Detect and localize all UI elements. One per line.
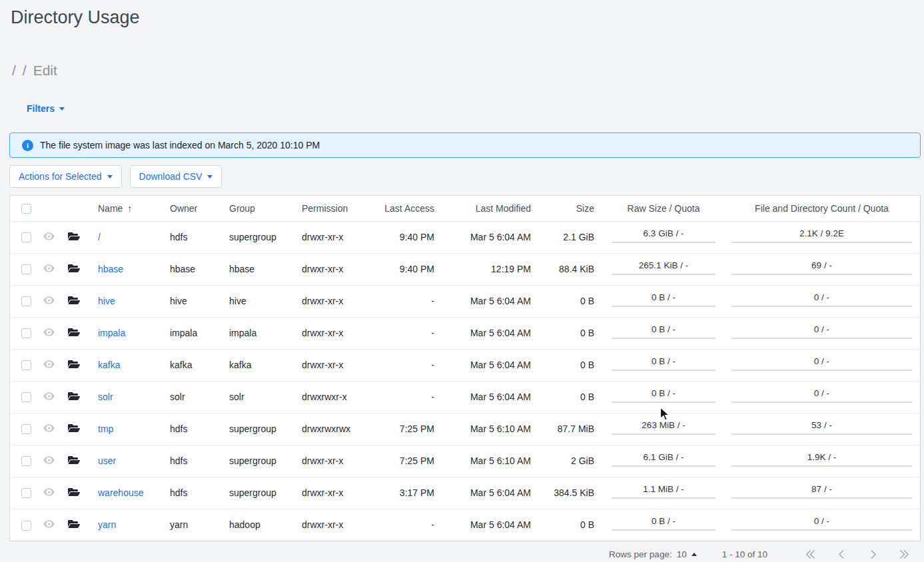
raw-size-quota-bar: 0 B / - <box>612 516 715 531</box>
alert-text: The file system image was last indexed o… <box>40 140 320 150</box>
row-checkbox[interactable] <box>21 296 31 306</box>
raw-size-quota-bar: 265.1 KiB / - <box>612 260 715 275</box>
folder-open-icon <box>68 295 80 306</box>
rows-per-page-value: 10 <box>677 549 687 559</box>
directory-link[interactable]: hive <box>98 296 115 306</box>
caret-down-icon <box>59 107 65 111</box>
file-dir-count-quota-bar: 0 / - <box>731 324 912 339</box>
last-access-cell: 9:40 PM <box>384 253 444 285</box>
preview-eye-icon[interactable] <box>43 328 55 336</box>
header-size[interactable]: Size <box>540 196 604 221</box>
first-page-button[interactable] <box>803 547 817 561</box>
preview-eye-icon[interactable] <box>43 264 55 272</box>
previous-page-button[interactable] <box>835 547 849 561</box>
download-csv-button[interactable]: Download CSV <box>130 165 223 188</box>
owner-cell: hdfs <box>170 413 229 445</box>
raw-size-quota-bar: 0 B / - <box>612 292 715 307</box>
table-header-row: Name↑ Owner Group Permission Last Access… <box>10 196 920 221</box>
header-group[interactable]: Group <box>229 196 302 221</box>
directory-link[interactable]: impala <box>98 328 125 338</box>
folder-open-icon <box>68 327 80 338</box>
preview-eye-icon[interactable] <box>43 488 55 496</box>
raw-size-quota-bar: 0 B / - <box>612 324 715 339</box>
table-row: solr solr solr drwxrwxr-x - Mar 5 6:04 A… <box>10 381 920 413</box>
row-checkbox[interactable] <box>21 360 31 370</box>
directory-link[interactable]: user <box>98 455 116 466</box>
last-access-cell: - <box>384 509 444 541</box>
permission-cell: drwxr-xr-x <box>302 509 384 541</box>
row-checkbox[interactable] <box>21 424 31 434</box>
preview-eye-icon[interactable] <box>43 520 55 528</box>
directory-link[interactable]: warehouse <box>98 487 144 498</box>
select-all-checkbox[interactable] <box>21 204 31 214</box>
file-dir-count-quota-bar: 0 / - <box>731 356 912 371</box>
permission-cell: drwxr-xr-x <box>302 317 384 349</box>
info-icon: i <box>22 140 33 151</box>
raw-size-quota-bar: 6.3 GiB / - <box>612 228 715 243</box>
last-access-cell: 3:17 PM <box>384 477 444 509</box>
preview-eye-icon[interactable] <box>43 232 55 240</box>
preview-eye-icon[interactable] <box>43 296 55 304</box>
preview-eye-icon[interactable] <box>43 392 55 400</box>
row-checkbox[interactable] <box>21 392 31 402</box>
directory-link[interactable]: / <box>98 232 101 242</box>
permission-cell: drwxr-xr-x <box>302 477 384 509</box>
preview-eye-icon[interactable] <box>43 360 55 368</box>
file-dir-count-quota-bar: 87 / - <box>731 484 912 499</box>
row-checkbox[interactable] <box>21 521 31 531</box>
sort-ascending-icon: ↑ <box>127 203 132 214</box>
raw-size-quota-bar: 0 B / - <box>612 388 715 403</box>
header-permission[interactable]: Permission <box>302 196 384 221</box>
group-cell: supergroup <box>229 477 302 509</box>
group-cell: supergroup <box>229 221 302 253</box>
row-checkbox[interactable] <box>21 488 31 498</box>
rows-per-page-control[interactable]: Rows per page: 10 <box>609 549 697 559</box>
directory-link[interactable]: yarn <box>98 519 116 530</box>
row-checkbox[interactable] <box>21 264 31 274</box>
directory-usage-table: Name↑ Owner Group Permission Last Access… <box>9 195 921 541</box>
index-info-alert: i The file system image was last indexed… <box>9 133 921 158</box>
table-row: tmp hdfs supergroup drwxrwxrwx 7:25 PM M… <box>10 413 920 445</box>
raw-size-quota-bar: 6.1 GiB / - <box>612 452 715 467</box>
file-dir-count-quota-bar: 1.9K / - <box>731 452 912 467</box>
header-name[interactable]: Name↑ <box>87 196 170 221</box>
row-checkbox[interactable] <box>21 232 31 242</box>
owner-cell: impala <box>170 317 229 349</box>
preview-eye-icon[interactable] <box>43 424 55 432</box>
header-last-access[interactable]: Last Access <box>384 196 444 221</box>
header-last-modified[interactable]: Last Modified <box>444 196 540 221</box>
breadcrumb-root-link[interactable]: / <box>12 63 16 78</box>
header-raw-size-quota[interactable]: Raw Size / Quota <box>604 196 723 221</box>
caret-down-icon <box>207 175 213 178</box>
folder-open-icon <box>68 231 80 242</box>
row-checkbox[interactable] <box>21 456 31 466</box>
last-page-button[interactable] <box>897 547 911 561</box>
last-modified-cell: 12:19 PM <box>444 253 540 285</box>
last-modified-cell: Mar 5 6:10 AM <box>444 445 540 477</box>
last-access-cell: - <box>384 285 444 317</box>
filters-toggle[interactable]: Filters <box>27 103 65 114</box>
next-page-button[interactable] <box>866 547 880 561</box>
table-body: / hdfs supergroup drwxr-xr-x 9:40 PM Mar… <box>10 221 920 541</box>
actions-for-selected-button[interactable]: Actions for Selected <box>9 165 122 188</box>
directory-link[interactable]: kafka <box>98 360 120 370</box>
directory-link[interactable]: hbase <box>98 264 123 274</box>
preview-eye-icon[interactable] <box>43 456 55 464</box>
pagination-range: 1 - 10 of 10 <box>722 549 767 559</box>
owner-cell: hdfs <box>170 445 229 477</box>
size-cell: 88.4 KiB <box>540 253 604 285</box>
breadcrumb-edit-link[interactable]: Edit <box>33 63 57 78</box>
directory-link[interactable]: solr <box>98 392 113 402</box>
owner-cell: kafka <box>170 349 229 381</box>
size-cell: 0 B <box>540 285 604 317</box>
header-file-dir-count-quota[interactable]: File and Directory Count / Quota <box>723 196 920 221</box>
page-title: Directory Usage <box>0 0 924 28</box>
size-cell: 0 B <box>540 509 604 541</box>
table-row: impala impala impala drwxr-xr-x - Mar 5 … <box>10 317 920 349</box>
row-checkbox[interactable] <box>21 328 31 338</box>
file-dir-count-quota-bar: 0 / - <box>731 388 912 403</box>
header-owner[interactable]: Owner <box>170 196 229 221</box>
last-access-cell: 7:25 PM <box>384 445 444 477</box>
group-cell: supergroup <box>229 445 302 477</box>
directory-link[interactable]: tmp <box>98 423 113 434</box>
